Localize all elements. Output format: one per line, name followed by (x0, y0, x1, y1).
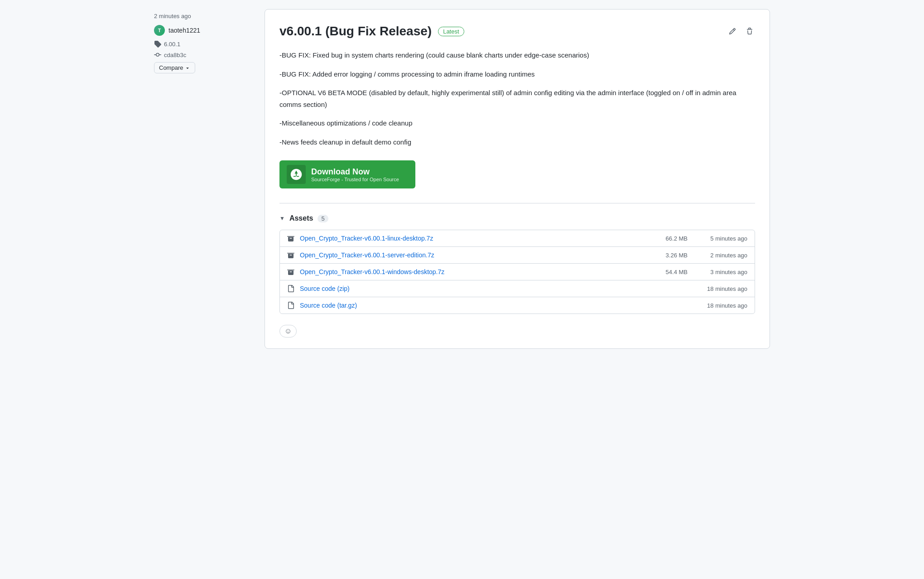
edit-button[interactable] (727, 26, 738, 37)
asset-time: 18 minutes ago (693, 302, 747, 309)
tag-value: 6.00.1 (164, 41, 180, 48)
archive-icon (287, 251, 294, 259)
commit-icon (154, 51, 161, 58)
delete-button[interactable] (744, 26, 755, 37)
compare-button[interactable]: Compare (154, 62, 195, 73)
release-actions (727, 26, 755, 37)
release-body-line-5: -News feeds cleanup in default demo conf… (279, 136, 755, 148)
asset-time: 18 minutes ago (693, 285, 747, 292)
source-code-link[interactable]: Source code (zip) (300, 285, 646, 292)
source-icon (287, 302, 294, 309)
sidebar-user: T taoteh1221 (154, 25, 254, 36)
release-body-line-2: -BUG FIX: Added error logging / comms pr… (279, 68, 755, 80)
tag-icon (154, 40, 161, 48)
download-btn-text: Download Now SourceForge - Trusted for O… (311, 167, 399, 182)
table-row: Open_Crypto_Tracker-v6.00.1-windows-desk… (280, 264, 755, 280)
asset-size: 3.26 MB (651, 252, 688, 259)
asset-size: 66.2 MB (651, 235, 688, 242)
assets-header: ▼ Assets 5 (279, 214, 755, 222)
archive-icon (287, 268, 294, 275)
release-title: v6.00.1 (Bug Fix Release) (279, 24, 432, 39)
username: taoteh1221 (168, 27, 200, 34)
latest-badge: Latest (438, 27, 464, 36)
asset-link[interactable]: Open_Crypto_Tracker-v6.00.1-windows-desk… (300, 268, 646, 275)
asset-link[interactable]: Open_Crypto_Tracker-v6.00.1-server-editi… (300, 251, 646, 259)
source-code-link[interactable]: Source code (tar.gz) (300, 302, 646, 309)
release-header: v6.00.1 (Bug Fix Release) Latest (279, 24, 755, 39)
main-content: v6.00.1 (Bug Fix Release) Latest -BUG FI… (265, 9, 770, 349)
trash-icon (746, 28, 753, 35)
sidebar-commit: cda8b3c (154, 51, 254, 58)
table-row: Open_Crypto_Tracker-v6.00.1-linux-deskto… (280, 230, 755, 247)
sidebar-tag: 6.00.1 (154, 40, 254, 48)
assets-section: ▼ Assets 5 Open_Crypto_Tracker-v6.00.1-l… (279, 214, 755, 338)
asset-link[interactable]: Open_Crypto_Tracker-v6.00.1-linux-deskto… (300, 235, 646, 242)
release-body-line-3: -OPTIONAL V6 BETA MODE (disabled by defa… (279, 87, 755, 110)
commit-value: cda8b3c (164, 52, 186, 58)
download-button[interactable]: Download Now SourceForge - Trusted for O… (279, 160, 415, 188)
release-body-line-4: -Miscellaneous optimizations / code clea… (279, 117, 755, 129)
table-row: Source code (zip) 18 minutes ago (280, 280, 755, 297)
archive-icon (287, 235, 294, 242)
sourceforge-icon (287, 165, 306, 184)
assets-label: Assets (289, 214, 313, 222)
emoji-reaction-button[interactable]: ☺ (279, 325, 297, 338)
source-icon (287, 285, 294, 292)
asset-size: 54.4 MB (651, 269, 688, 275)
table-row: Open_Crypto_Tracker-v6.00.1-server-editi… (280, 247, 755, 264)
asset-time: 5 minutes ago (693, 235, 747, 242)
release-timestamp: 2 minutes ago (154, 13, 254, 19)
table-row: Source code (tar.gz) 18 minutes ago (280, 297, 755, 314)
download-main-text: Download Now (311, 167, 399, 177)
release-body-line-1: -BUG FIX: Fixed bug in system charts ren… (279, 49, 755, 61)
avatar: T (154, 25, 165, 36)
sidebar: 2 minutes ago T taoteh1221 6.00.1 cda8b3… (154, 9, 254, 349)
asset-time: 3 minutes ago (693, 269, 747, 275)
assets-count: 5 (318, 215, 328, 222)
release-body: -BUG FIX: Fixed bug in system charts ren… (279, 49, 755, 148)
pencil-icon (729, 28, 736, 35)
section-divider (279, 203, 755, 203)
download-sub-text: SourceForge - Trusted for Open Source (311, 177, 399, 182)
chevron-down-icon (185, 65, 190, 71)
assets-triangle-icon: ▼ (279, 215, 285, 222)
assets-table: Open_Crypto_Tracker-v6.00.1-linux-deskto… (279, 230, 755, 314)
asset-time: 2 minutes ago (693, 252, 747, 259)
release-title-area: v6.00.1 (Bug Fix Release) Latest (279, 24, 464, 39)
compare-label: Compare (159, 64, 183, 71)
